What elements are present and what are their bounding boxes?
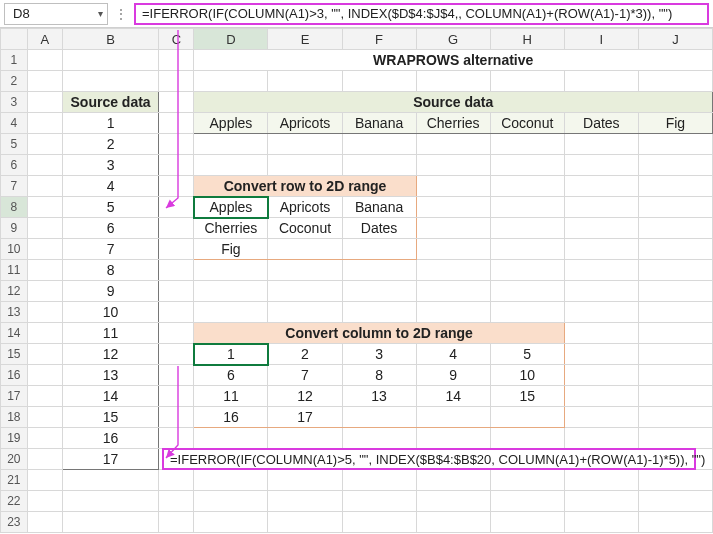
row-header[interactable]: 2 <box>1 71 28 92</box>
col-header[interactable]: E <box>268 29 342 50</box>
block2-cell[interactable]: 15 <box>490 386 564 407</box>
src-row-cell[interactable]: Apricots <box>268 113 342 134</box>
block2-cell[interactable]: 14 <box>416 386 490 407</box>
src-col-cell[interactable]: 12 <box>62 344 159 365</box>
block2-cell[interactable]: 10 <box>490 365 564 386</box>
spreadsheet-grid[interactable]: A B C D E F G H I J 1 WRAPROWS alternati… <box>0 28 713 534</box>
block1-cell[interactable]: Cherries <box>194 218 268 239</box>
block1-cell[interactable]: Coconut <box>268 218 342 239</box>
src-row-cell[interactable]: Dates <box>564 113 638 134</box>
block1-title: Convert row to 2D range <box>194 176 416 197</box>
row-header[interactable]: 22 <box>1 491 28 512</box>
src-col-cell[interactable]: 2 <box>62 134 159 155</box>
row-header[interactable]: 10 <box>1 239 28 260</box>
row-header[interactable]: 20 <box>1 449 28 470</box>
select-all-cell[interactable] <box>1 29 28 50</box>
src-col-cell[interactable]: 11 <box>62 323 159 344</box>
chevron-down-icon[interactable]: ▾ <box>98 8 103 19</box>
block2-cell[interactable]: 8 <box>342 365 416 386</box>
src-col-cell[interactable]: 14 <box>62 386 159 407</box>
formula-bar-text: =IFERROR(IF(COLUMN(A1)>3, "", INDEX($D$4… <box>142 6 672 21</box>
annotation-formula-text: =IFERROR(IF(COLUMN(A1)>5, "", INDEX($B$4… <box>170 452 705 467</box>
block2-cell[interactable]: 2 <box>268 344 342 365</box>
row-header[interactable]: 6 <box>1 155 28 176</box>
col-header[interactable]: D <box>194 29 268 50</box>
block1-cell[interactable] <box>342 239 416 260</box>
src-col-cell[interactable]: 9 <box>62 281 159 302</box>
row-header[interactable]: 13 <box>1 302 28 323</box>
formula-bar-options-icon[interactable]: ⋮ <box>112 6 130 22</box>
src-row-cell[interactable]: Cherries <box>416 113 490 134</box>
block2-cell[interactable]: 4 <box>416 344 490 365</box>
row-header[interactable]: 15 <box>1 344 28 365</box>
src-col-cell[interactable]: 6 <box>62 218 159 239</box>
block2-cell[interactable]: 11 <box>194 386 268 407</box>
block2-title: Convert column to 2D range <box>194 323 564 344</box>
block2-cell[interactable]: 5 <box>490 344 564 365</box>
src-row-cell[interactable]: Banana <box>342 113 416 134</box>
col-header[interactable]: A <box>27 29 62 50</box>
src-col-cell[interactable]: 8 <box>62 260 159 281</box>
col-header[interactable]: B <box>62 29 159 50</box>
block2-cell[interactable]: 6 <box>194 365 268 386</box>
row-header[interactable]: 7 <box>1 176 28 197</box>
row-header[interactable]: 1 <box>1 50 28 71</box>
src-row-cell[interactable]: Apples <box>194 113 268 134</box>
src-col-cell[interactable]: 16 <box>62 428 159 449</box>
src-row-header: Source data <box>194 92 713 113</box>
src-row-cell[interactable]: Fig <box>638 113 712 134</box>
column-header-row[interactable]: A B C D E F G H I J <box>1 29 713 50</box>
row-header[interactable]: 4 <box>1 113 28 134</box>
formula-bar-row: D8 ▾ ⋮ =IFERROR(IF(COLUMN(A1)>3, "", IND… <box>0 0 713 28</box>
col-header[interactable]: C <box>159 29 194 50</box>
src-col-cell[interactable]: 4 <box>62 176 159 197</box>
row-header[interactable]: 18 <box>1 407 28 428</box>
src-col-cell[interactable]: 5 <box>62 197 159 218</box>
block2-cell[interactable]: 12 <box>268 386 342 407</box>
block2-cell[interactable] <box>416 407 490 428</box>
col-header[interactable]: F <box>342 29 416 50</box>
block2-cell[interactable]: 13 <box>342 386 416 407</box>
block2-cell[interactable]: 17 <box>268 407 342 428</box>
src-col-cell[interactable]: 1 <box>62 113 159 134</box>
block1-cell[interactable]: Banana <box>342 197 416 218</box>
row-header[interactable]: 19 <box>1 428 28 449</box>
block1-cell[interactable]: Apples <box>194 197 268 218</box>
block1-cell[interactable]: Apricots <box>268 197 342 218</box>
block2-cell[interactable]: 9 <box>416 365 490 386</box>
col-header[interactable]: G <box>416 29 490 50</box>
src-col-cell[interactable]: 13 <box>62 365 159 386</box>
row-header[interactable]: 23 <box>1 512 28 533</box>
row-header[interactable]: 9 <box>1 218 28 239</box>
src-row-cell[interactable]: Coconut <box>490 113 564 134</box>
src-col-cell[interactable]: 15 <box>62 407 159 428</box>
col-header[interactable]: H <box>490 29 564 50</box>
src-col-cell[interactable]: 3 <box>62 155 159 176</box>
col-header[interactable]: J <box>638 29 712 50</box>
block2-cell[interactable] <box>490 407 564 428</box>
block2-cell[interactable]: 16 <box>194 407 268 428</box>
row-header[interactable]: 11 <box>1 260 28 281</box>
row-header[interactable]: 5 <box>1 134 28 155</box>
row-header[interactable]: 8 <box>1 197 28 218</box>
src-col-cell[interactable]: 17 <box>62 449 159 470</box>
row-header[interactable]: 17 <box>1 386 28 407</box>
block1-cell[interactable]: Fig <box>194 239 268 260</box>
row-header[interactable]: 14 <box>1 323 28 344</box>
formula-bar[interactable]: =IFERROR(IF(COLUMN(A1)>3, "", INDEX($D$4… <box>134 3 709 25</box>
row-header[interactable]: 21 <box>1 470 28 491</box>
block2-cell[interactable]: 7 <box>268 365 342 386</box>
block1-cell[interactable]: Dates <box>342 218 416 239</box>
row-header[interactable]: 12 <box>1 281 28 302</box>
src-col-cell[interactable]: 10 <box>62 302 159 323</box>
name-box[interactable]: D8 ▾ <box>4 3 108 25</box>
col-header[interactable]: I <box>564 29 638 50</box>
block2-cell[interactable] <box>342 407 416 428</box>
row-header[interactable]: 3 <box>1 92 28 113</box>
block2-cell[interactable]: 3 <box>342 344 416 365</box>
block2-cell[interactable]: 1 <box>194 344 268 365</box>
src-col-cell[interactable]: 7 <box>62 239 159 260</box>
src-col-header: Source data <box>62 92 159 113</box>
block1-cell[interactable] <box>268 239 342 260</box>
row-header[interactable]: 16 <box>1 365 28 386</box>
